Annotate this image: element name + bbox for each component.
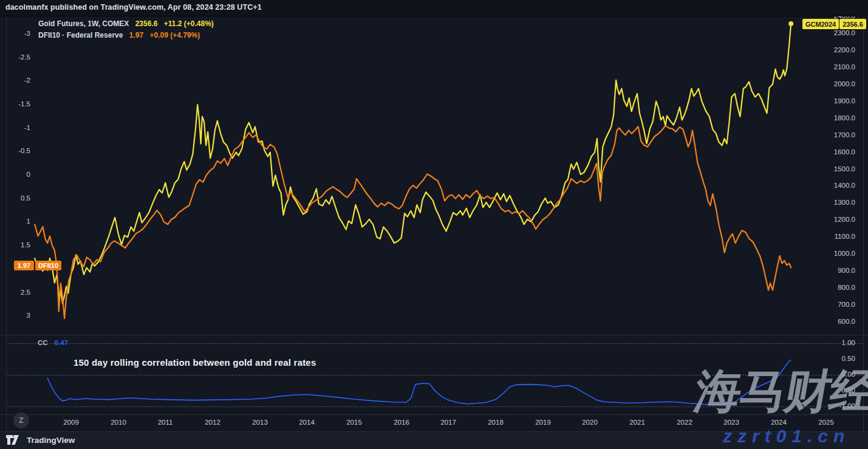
timezone-badge[interactable]: Z — [13, 413, 29, 428]
cc-indicator-label[interactable]: CC — [38, 339, 48, 346]
real-yield-tick-label: 3 — [0, 312, 30, 319]
tradingview-attribution[interactable]: TradingView — [6, 435, 75, 445]
real-yield-tick-label: 1.5 — [0, 241, 30, 248]
dfii-symbol-tag: DFII10 — [35, 261, 61, 270]
gold-price-tick-label: 1600.0 — [814, 148, 855, 156]
gold-price-tick-label: 2100.0 — [814, 63, 855, 70]
gold-price-tick-label: 2200.0 — [814, 46, 855, 53]
real-yield-tick-label: 0 — [0, 171, 30, 178]
gold-series-line — [35, 24, 791, 303]
gold-last-point-marker — [788, 21, 793, 26]
dfii-value-tag: 1.97 — [14, 261, 34, 270]
gold-price-tick-label: 1100.0 — [814, 233, 855, 240]
pane-divider[interactable] — [0, 335, 868, 335]
real-yield-tick-label: 2.5 — [0, 289, 30, 296]
year-tick-label[interactable]: 2024 — [763, 419, 795, 426]
year-tick-label[interactable]: 2012 — [197, 419, 228, 426]
real-yield-tick-label: -0.5 — [0, 147, 30, 154]
cc-indicator-legend[interactable]: CC 0.47 — [38, 339, 68, 346]
gold-price-tick-label: 2300.0 — [814, 29, 855, 36]
year-tick-label[interactable]: 2022 — [669, 419, 700, 426]
year-tick-label[interactable]: 2016 — [386, 419, 417, 426]
cc-gridline — [7, 343, 863, 344]
gold-price-tick-label: 900.0 — [814, 267, 855, 274]
gold-price-tick-label: 1800.0 — [814, 114, 855, 122]
gold-price-tick-label: 800.0 — [814, 284, 855, 291]
dfii-series-line — [35, 126, 791, 318]
correlation-tick-label: 1.00 — [814, 339, 855, 346]
dfii-last-value: 1.97 — [129, 31, 143, 39]
year-tick-label[interactable]: 2009 — [55, 419, 87, 426]
gold-price-tag: GCM2024 2356.6 — [802, 19, 866, 29]
real-yield-tick-label: -3 — [0, 30, 30, 37]
year-tick-label[interactable]: 2019 — [527, 419, 559, 426]
year-tick-label[interactable]: 2011 — [149, 419, 181, 426]
gold-price-tick-label: 1400.0 — [814, 182, 855, 189]
legend-row-dfii[interactable]: DFII10 · Federal Reserve 1.97 +0.09 (+4.… — [38, 30, 214, 41]
legend-row-gold[interactable]: Gold Futures, 1W, COMEX 2356.6 +11.2 (+0… — [38, 18, 214, 30]
year-tick-label[interactable]: 2020 — [574, 419, 606, 426]
year-tick-label[interactable]: 2014 — [291, 419, 323, 426]
gold-price-tick-label: 1200.0 — [814, 216, 855, 223]
year-tick-label[interactable]: 2021 — [621, 419, 653, 426]
gold-price-label: 2356.6 — [839, 19, 866, 29]
real-yield-tick-label: -2 — [0, 77, 30, 84]
site-watermark-domain: zzrt01.cn — [723, 426, 850, 447]
tradingview-brand-text: TradingView — [27, 436, 75, 445]
gold-price-tick-label: 600.0 — [814, 318, 855, 325]
correlation-annotation: 150 day rolling correlation between gold… — [73, 357, 316, 368]
site-watermark-cjk: 海马财经 — [691, 368, 868, 414]
tradingview-logo-icon — [6, 435, 22, 445]
year-tick-label[interactable]: 2010 — [103, 419, 134, 426]
year-tick-label[interactable]: 2018 — [480, 419, 511, 426]
year-tick-label[interactable]: 2013 — [244, 419, 276, 426]
cc-indicator-value: 0.47 — [55, 339, 68, 346]
real-yield-tick-label: -1 — [0, 124, 30, 131]
publish-header-bar: dacolmanfx published on TradingView.com,… — [0, 0, 868, 16]
correlation-tick-label: 0.50 — [814, 355, 855, 362]
gold-price-tick-label: 1000.0 — [814, 250, 855, 257]
gold-price-tick-label: 700.0 — [814, 301, 855, 308]
year-tick-label[interactable]: 2017 — [432, 419, 464, 426]
year-tick-label[interactable]: 2023 — [716, 419, 747, 426]
gold-price-tick-label: 1700.0 — [814, 131, 855, 139]
published-byline: dacolmanfx published on TradingView.com,… — [5, 3, 262, 12]
gold-price-tick-label: 1500.0 — [814, 165, 855, 173]
gold-price-tick-label: 2000.0 — [814, 80, 855, 87]
real-yield-tick-label: 0.5 — [0, 194, 30, 202]
gold-symbol-title[interactable]: Gold Futures, 1W, COMEX — [38, 19, 129, 28]
year-tick-label[interactable]: 2025 — [810, 419, 842, 426]
gold-last-price: 2356.6 — [135, 19, 158, 28]
dfii-symbol-title[interactable]: DFII10 · Federal Reserve — [38, 31, 123, 39]
real-yield-tick-label: -1.5 — [0, 100, 30, 108]
chart-legend: Gold Futures, 1W, COMEX 2356.6 +11.2 (+0… — [38, 18, 214, 41]
year-tick-label[interactable]: 2015 — [338, 419, 370, 426]
dfii-change: +0.09 (+4.79%) — [149, 31, 200, 39]
gold-change: +11.2 (+0.48%) — [164, 19, 214, 28]
real-yield-tick-label: 1 — [0, 218, 30, 225]
gold-contract-label: GCM2024 — [802, 19, 839, 29]
gold-price-tick-label: 1300.0 — [814, 199, 855, 206]
gold-price-tick-label: 1900.0 — [814, 97, 855, 105]
real-yield-tick-label: -2.5 — [0, 53, 30, 61]
